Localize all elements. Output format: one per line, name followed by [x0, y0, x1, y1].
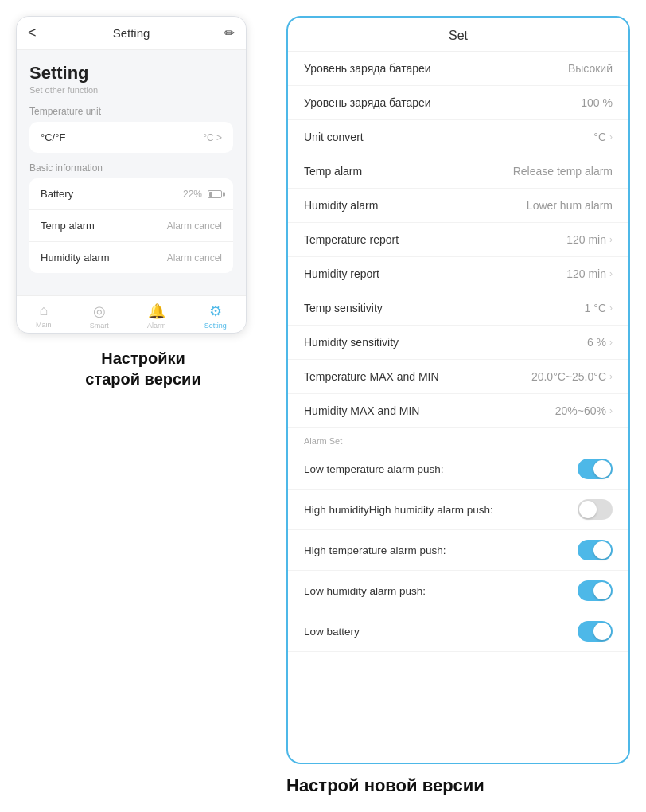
row-humidity-max-min-label: Humidity MAX and MIN — [304, 404, 419, 417]
right-card-header: Set — [288, 18, 628, 52]
row-temp-max-min[interactable]: Temperature MAX and MIN 20.0°C~25.0°C › — [288, 360, 628, 394]
footer-smart-label: Smart — [90, 322, 109, 330]
chevron-icon: › — [609, 268, 613, 279]
edit-icon[interactable]: ✏ — [224, 25, 235, 41]
row-temp-sensitivity[interactable]: Temp sensitivity 1 °C › — [288, 291, 628, 326]
humidity-alarm-row[interactable]: Humidity alarm Alarm cancel — [29, 242, 233, 273]
toggle-low-battery-knob — [593, 623, 611, 640]
temp-alarm-row[interactable]: Temp alarm Alarm cancel — [29, 210, 233, 242]
toggle-low-humidity-switch[interactable] — [578, 580, 613, 601]
toggle-low-temp[interactable]: Low temperature alarm push: — [288, 449, 628, 490]
row-humidity-report[interactable]: Humidity report 120 min › — [288, 257, 628, 291]
phone-footer: ⌂ Main ◎ Smart 🔔 Alarm ⚙ Setting — [17, 295, 246, 333]
smart-icon: ◎ — [93, 303, 106, 320]
row-temp-alarm-label: Temp alarm — [304, 165, 362, 178]
temp-card: °C/°F °C > — [29, 122, 233, 153]
chevron-icon: › — [609, 337, 613, 348]
phone-body: Setting Set other function Temperature u… — [17, 50, 246, 295]
toggle-low-temp-label: Low temperature alarm push: — [304, 463, 444, 475]
footer-main[interactable]: ⌂ Main — [36, 303, 52, 330]
row-battery-level-2-value: 100 % — [581, 96, 613, 109]
footer-alarm-label: Alarm — [147, 322, 166, 330]
toggle-low-humidity-label: Low humidity alarm push: — [304, 585, 426, 597]
chevron-icon: › — [609, 303, 613, 314]
row-humidity-report-value: 120 min › — [566, 267, 613, 280]
row-humidity-alarm[interactable]: Humidity alarm Lower hum alarm — [288, 189, 628, 223]
right-card-body: Уровень заряда батареи Высокий Уровень з… — [288, 52, 628, 763]
phone-title: Setting — [113, 26, 150, 40]
temp-alarm-value: Alarm cancel — [167, 221, 222, 232]
row-battery-level-2[interactable]: Уровень заряда батареи 100 % — [288, 86, 628, 120]
row-humidity-alarm-value: Lower hum alarm — [527, 199, 613, 212]
row-temp-max-min-value: 20.0°C~25.0°C › — [531, 370, 613, 383]
toggle-low-temp-switch[interactable] — [578, 459, 613, 479]
battery-icon — [208, 190, 222, 198]
temp-unit-row[interactable]: °C/°F °C > — [29, 122, 233, 153]
temp-alarm-label: Temp alarm — [41, 220, 95, 232]
toggle-high-humidity-switch[interactable] — [578, 499, 613, 520]
toggle-high-temp-knob — [593, 541, 611, 559]
chevron-icon: › — [609, 234, 613, 245]
battery-value: 22% — [183, 189, 222, 200]
toggle-high-temp-label: High temperature alarm push: — [304, 545, 446, 556]
row-humidity-sensitivity[interactable]: Humidity sensitivity 6 % › — [288, 326, 628, 360]
alarm-set-header: Alarm Set — [288, 428, 628, 449]
toggle-low-battery[interactable]: Low battery — [288, 611, 628, 652]
toggle-low-humidity[interactable]: Low humidity alarm push: — [288, 571, 628, 611]
setting-icon: ⚙ — [209, 303, 222, 320]
toggle-high-humidity-knob — [579, 501, 597, 518]
row-temp-alarm[interactable]: Temp alarm Release temp alarm — [288, 154, 628, 189]
row-unit-convert[interactable]: Unit convert °C › — [288, 120, 628, 154]
row-humidity-sensitivity-value: 6 % › — [587, 336, 613, 349]
alarm-icon: 🔔 — [148, 303, 165, 320]
row-humidity-max-min[interactable]: Humidity MAX and MIN 20%~60% › — [288, 394, 628, 428]
left-caption: Настройкистарой версии — [16, 348, 270, 389]
footer-main-label: Main — [36, 321, 52, 329]
row-unit-convert-value: °C › — [593, 131, 613, 143]
row-battery-level-1[interactable]: Уровень заряда батареи Высокий — [288, 52, 628, 86]
battery-row[interactable]: Battery 22% — [29, 178, 233, 210]
row-humidity-alarm-label: Humidity alarm — [304, 199, 378, 212]
toggle-high-temp[interactable]: High temperature alarm push: — [288, 530, 628, 571]
temp-unit-label: °C/°F — [41, 131, 65, 143]
toggle-low-battery-switch[interactable] — [578, 621, 613, 642]
row-battery-level-1-label: Уровень заряда батареи — [304, 62, 431, 75]
back-icon[interactable]: < — [28, 25, 37, 41]
chevron-icon: › — [609, 405, 613, 416]
page-title: Setting — [29, 63, 233, 84]
page-subtitle: Set other function — [29, 85, 233, 95]
toggle-high-temp-switch[interactable] — [578, 540, 613, 560]
row-unit-convert-label: Unit convert — [304, 131, 364, 143]
row-humidity-max-min-value: 20%~60% › — [555, 404, 613, 417]
row-humidity-report-label: Humidity report — [304, 267, 379, 280]
chevron-icon: › — [609, 371, 613, 382]
right-panel: Set Уровень заряда батареи Высокий Урове… — [286, 16, 630, 796]
row-temp-max-min-label: Temperature MAX and MIN — [304, 370, 439, 383]
row-battery-level-1-value: Высокий — [568, 62, 613, 75]
toggle-high-humidity-label: High humidityHigh humidity alarm push: — [304, 504, 493, 516]
basic-card: Battery 22% Temp alarm Alarm cancel Humi… — [29, 178, 233, 273]
left-panel: < Setting ✏ Setting Set other function T… — [16, 16, 270, 796]
row-battery-level-2-label: Уровень заряда батареи — [304, 96, 431, 109]
footer-setting[interactable]: ⚙ Setting — [204, 303, 227, 330]
basic-section-label: Basic information — [29, 162, 233, 174]
phone-header: < Setting ✏ — [17, 17, 246, 50]
humidity-alarm-value: Alarm cancel — [167, 252, 222, 264]
row-temp-report[interactable]: Temperature report 120 min › — [288, 223, 628, 257]
temp-unit-value: °C > — [203, 132, 222, 143]
row-temp-sensitivity-label: Temp sensitivity — [304, 302, 383, 314]
row-humidity-sensitivity-label: Humidity sensitivity — [304, 336, 399, 349]
row-temp-alarm-value: Release temp alarm — [513, 165, 613, 178]
toggle-low-battery-label: Low battery — [304, 626, 360, 638]
right-caption: Настрой новой версии — [286, 775, 630, 796]
chevron-icon: › — [609, 131, 613, 142]
phone-mock: < Setting ✏ Setting Set other function T… — [16, 16, 247, 334]
row-temp-sensitivity-value: 1 °C › — [585, 302, 613, 314]
temp-section-label: Temperature unit — [29, 106, 233, 117]
toggle-low-temp-knob — [593, 460, 611, 478]
toggle-high-humidity[interactable]: High humidityHigh humidity alarm push: — [288, 490, 628, 530]
footer-alarm[interactable]: 🔔 Alarm — [147, 303, 166, 330]
footer-smart[interactable]: ◎ Smart — [90, 303, 109, 330]
battery-fill — [209, 192, 212, 197]
right-card: Set Уровень заряда батареи Высокий Урове… — [286, 16, 630, 764]
